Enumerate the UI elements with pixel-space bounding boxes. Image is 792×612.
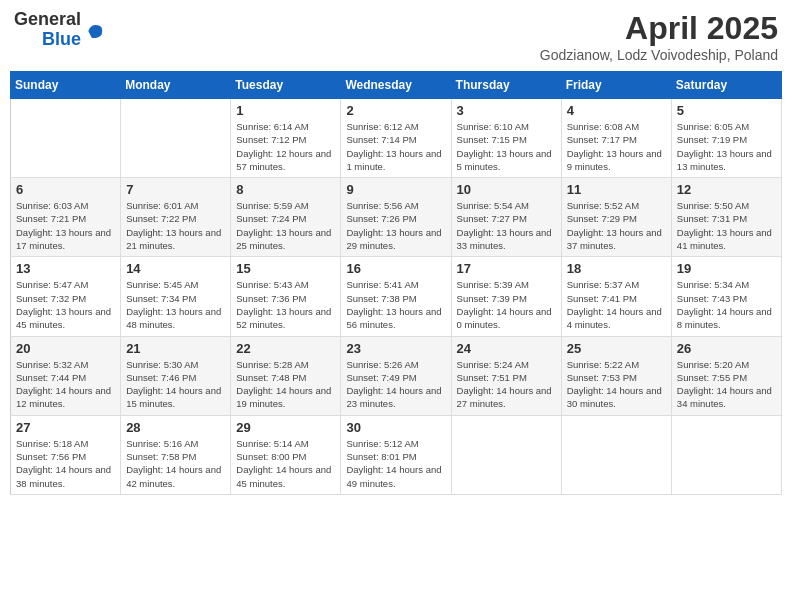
day-info: Sunrise: 5:28 AMSunset: 7:48 PMDaylight:… — [236, 358, 335, 411]
day-number: 19 — [677, 261, 776, 276]
calendar-cell: 18Sunrise: 5:37 AMSunset: 7:41 PMDayligh… — [561, 257, 671, 336]
weekday-header-row: SundayMondayTuesdayWednesdayThursdayFrid… — [11, 72, 782, 99]
day-number: 26 — [677, 341, 776, 356]
day-info: Sunrise: 5:16 AMSunset: 7:58 PMDaylight:… — [126, 437, 225, 490]
calendar-cell — [451, 415, 561, 494]
day-number: 9 — [346, 182, 445, 197]
calendar-week-row: 20Sunrise: 5:32 AMSunset: 7:44 PMDayligh… — [11, 336, 782, 415]
calendar-cell: 27Sunrise: 5:18 AMSunset: 7:56 PMDayligh… — [11, 415, 121, 494]
calendar-cell — [121, 99, 231, 178]
day-info: Sunrise: 6:10 AMSunset: 7:15 PMDaylight:… — [457, 120, 556, 173]
day-info: Sunrise: 6:14 AMSunset: 7:12 PMDaylight:… — [236, 120, 335, 173]
day-number: 7 — [126, 182, 225, 197]
calendar-cell: 26Sunrise: 5:20 AMSunset: 7:55 PMDayligh… — [671, 336, 781, 415]
day-info: Sunrise: 5:43 AMSunset: 7:36 PMDaylight:… — [236, 278, 335, 331]
day-info: Sunrise: 5:37 AMSunset: 7:41 PMDaylight:… — [567, 278, 666, 331]
calendar-cell: 8Sunrise: 5:59 AMSunset: 7:24 PMDaylight… — [231, 178, 341, 257]
day-number: 29 — [236, 420, 335, 435]
weekday-header: Friday — [561, 72, 671, 99]
day-info: Sunrise: 6:03 AMSunset: 7:21 PMDaylight:… — [16, 199, 115, 252]
calendar-cell: 12Sunrise: 5:50 AMSunset: 7:31 PMDayligh… — [671, 178, 781, 257]
day-info: Sunrise: 5:30 AMSunset: 7:46 PMDaylight:… — [126, 358, 225, 411]
day-number: 2 — [346, 103, 445, 118]
calendar-cell: 23Sunrise: 5:26 AMSunset: 7:49 PMDayligh… — [341, 336, 451, 415]
day-number: 8 — [236, 182, 335, 197]
calendar-cell: 16Sunrise: 5:41 AMSunset: 7:38 PMDayligh… — [341, 257, 451, 336]
calendar-cell: 3Sunrise: 6:10 AMSunset: 7:15 PMDaylight… — [451, 99, 561, 178]
day-info: Sunrise: 5:54 AMSunset: 7:27 PMDaylight:… — [457, 199, 556, 252]
day-info: Sunrise: 5:22 AMSunset: 7:53 PMDaylight:… — [567, 358, 666, 411]
day-info: Sunrise: 5:59 AMSunset: 7:24 PMDaylight:… — [236, 199, 335, 252]
day-number: 22 — [236, 341, 335, 356]
day-info: Sunrise: 5:32 AMSunset: 7:44 PMDaylight:… — [16, 358, 115, 411]
calendar-cell: 22Sunrise: 5:28 AMSunset: 7:48 PMDayligh… — [231, 336, 341, 415]
calendar-cell: 30Sunrise: 5:12 AMSunset: 8:01 PMDayligh… — [341, 415, 451, 494]
month-title: April 2025 — [540, 10, 778, 47]
calendar-cell: 17Sunrise: 5:39 AMSunset: 7:39 PMDayligh… — [451, 257, 561, 336]
day-info: Sunrise: 6:05 AMSunset: 7:19 PMDaylight:… — [677, 120, 776, 173]
calendar: SundayMondayTuesdayWednesdayThursdayFrid… — [10, 71, 782, 495]
calendar-cell: 15Sunrise: 5:43 AMSunset: 7:36 PMDayligh… — [231, 257, 341, 336]
calendar-cell: 1Sunrise: 6:14 AMSunset: 7:12 PMDaylight… — [231, 99, 341, 178]
day-number: 1 — [236, 103, 335, 118]
day-number: 4 — [567, 103, 666, 118]
day-info: Sunrise: 5:41 AMSunset: 7:38 PMDaylight:… — [346, 278, 445, 331]
weekday-header: Wednesday — [341, 72, 451, 99]
day-number: 3 — [457, 103, 556, 118]
calendar-cell: 19Sunrise: 5:34 AMSunset: 7:43 PMDayligh… — [671, 257, 781, 336]
weekday-header: Monday — [121, 72, 231, 99]
calendar-cell: 25Sunrise: 5:22 AMSunset: 7:53 PMDayligh… — [561, 336, 671, 415]
calendar-cell: 6Sunrise: 6:03 AMSunset: 7:21 PMDaylight… — [11, 178, 121, 257]
calendar-cell: 20Sunrise: 5:32 AMSunset: 7:44 PMDayligh… — [11, 336, 121, 415]
logo: General Blue — [14, 10, 105, 50]
weekday-header: Sunday — [11, 72, 121, 99]
day-info: Sunrise: 5:12 AMSunset: 8:01 PMDaylight:… — [346, 437, 445, 490]
calendar-cell: 13Sunrise: 5:47 AMSunset: 7:32 PMDayligh… — [11, 257, 121, 336]
day-number: 23 — [346, 341, 445, 356]
calendar-cell — [671, 415, 781, 494]
calendar-week-row: 1Sunrise: 6:14 AMSunset: 7:12 PMDaylight… — [11, 99, 782, 178]
day-number: 14 — [126, 261, 225, 276]
day-info: Sunrise: 5:50 AMSunset: 7:31 PMDaylight:… — [677, 199, 776, 252]
day-number: 25 — [567, 341, 666, 356]
calendar-cell: 11Sunrise: 5:52 AMSunset: 7:29 PMDayligh… — [561, 178, 671, 257]
logo-icon — [85, 21, 105, 41]
page-header: General Blue April 2025 Godzianow, Lodz … — [10, 10, 782, 63]
day-info: Sunrise: 5:24 AMSunset: 7:51 PMDaylight:… — [457, 358, 556, 411]
day-number: 20 — [16, 341, 115, 356]
day-info: Sunrise: 5:20 AMSunset: 7:55 PMDaylight:… — [677, 358, 776, 411]
day-number: 17 — [457, 261, 556, 276]
calendar-cell: 21Sunrise: 5:30 AMSunset: 7:46 PMDayligh… — [121, 336, 231, 415]
calendar-cell: 10Sunrise: 5:54 AMSunset: 7:27 PMDayligh… — [451, 178, 561, 257]
day-info: Sunrise: 6:08 AMSunset: 7:17 PMDaylight:… — [567, 120, 666, 173]
day-info: Sunrise: 5:56 AMSunset: 7:26 PMDaylight:… — [346, 199, 445, 252]
day-number: 11 — [567, 182, 666, 197]
day-number: 16 — [346, 261, 445, 276]
calendar-cell: 7Sunrise: 6:01 AMSunset: 7:22 PMDaylight… — [121, 178, 231, 257]
day-info: Sunrise: 5:34 AMSunset: 7:43 PMDaylight:… — [677, 278, 776, 331]
calendar-cell — [11, 99, 121, 178]
calendar-week-row: 6Sunrise: 6:03 AMSunset: 7:21 PMDaylight… — [11, 178, 782, 257]
calendar-cell — [561, 415, 671, 494]
logo-general: General — [14, 10, 81, 30]
logo-blue: Blue — [42, 30, 81, 50]
day-info: Sunrise: 6:01 AMSunset: 7:22 PMDaylight:… — [126, 199, 225, 252]
title-block: April 2025 Godzianow, Lodz Voivodeship, … — [540, 10, 778, 63]
calendar-cell: 14Sunrise: 5:45 AMSunset: 7:34 PMDayligh… — [121, 257, 231, 336]
calendar-cell: 28Sunrise: 5:16 AMSunset: 7:58 PMDayligh… — [121, 415, 231, 494]
day-info: Sunrise: 5:45 AMSunset: 7:34 PMDaylight:… — [126, 278, 225, 331]
calendar-cell: 24Sunrise: 5:24 AMSunset: 7:51 PMDayligh… — [451, 336, 561, 415]
weekday-header: Saturday — [671, 72, 781, 99]
weekday-header: Tuesday — [231, 72, 341, 99]
calendar-cell: 9Sunrise: 5:56 AMSunset: 7:26 PMDaylight… — [341, 178, 451, 257]
day-info: Sunrise: 5:14 AMSunset: 8:00 PMDaylight:… — [236, 437, 335, 490]
day-number: 12 — [677, 182, 776, 197]
day-number: 28 — [126, 420, 225, 435]
day-number: 13 — [16, 261, 115, 276]
day-number: 6 — [16, 182, 115, 197]
day-info: Sunrise: 5:52 AMSunset: 7:29 PMDaylight:… — [567, 199, 666, 252]
day-info: Sunrise: 5:39 AMSunset: 7:39 PMDaylight:… — [457, 278, 556, 331]
location-title: Godzianow, Lodz Voivodeship, Poland — [540, 47, 778, 63]
day-number: 24 — [457, 341, 556, 356]
day-number: 5 — [677, 103, 776, 118]
